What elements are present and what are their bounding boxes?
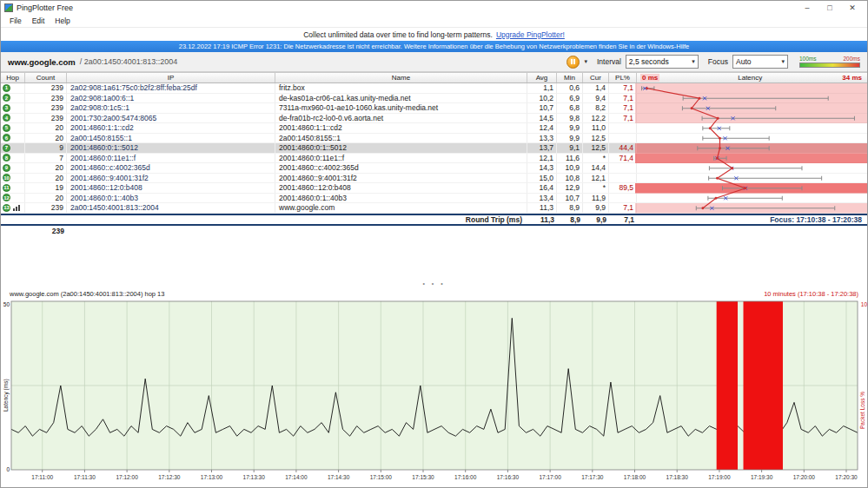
focus-select[interactable]: Auto ▾ <box>732 55 788 69</box>
ip-cell: 2a02:908:1a61:75c0:b2f2:8ff:feba:25df <box>67 83 275 93</box>
upgrade-link[interactable]: Upgrade PingPlotter! <box>496 30 565 39</box>
hop-row[interactable]: 11192001:4860::12:0:b4082001:4860::12:0:… <box>1 183 867 194</box>
svg-text:17:20:00: 17:20:00 <box>793 474 816 480</box>
hop-cell: 9 <box>1 163 25 173</box>
legend-gradient-bar <box>799 63 860 68</box>
hop-row[interactable]: 42392001:730:2a00:5474:8065de-fra01b-rc2… <box>1 114 867 124</box>
name-cell: de-fra01b-rc2-lo0-0.v6.aorta.net <box>275 114 527 123</box>
ip-cell: 2a02:908:0:1c5::1 <box>67 103 275 113</box>
hop-cell: 6 <box>1 134 25 143</box>
target-host[interactable]: www.google.com <box>8 57 76 67</box>
hop-number-badge: 11 <box>3 184 10 192</box>
svg-text:Packet Loss %: Packet Loss % <box>859 392 865 429</box>
interval-label: Interval <box>597 57 621 66</box>
count-cell: 9 <box>25 143 67 153</box>
min-cell: 12,9 <box>557 183 583 193</box>
avg-cell: 12,1 <box>527 154 557 163</box>
min-cell: 6,8 <box>557 103 583 113</box>
col-name[interactable]: Name <box>275 73 527 82</box>
hop-row[interactable]: 12202001:4860:0:1::40b32001:4860:0:1::40… <box>1 194 867 204</box>
col-count[interactable]: Count <box>25 73 67 82</box>
avg-cell: 11,3 <box>527 203 557 213</box>
close-button[interactable]: ✕ <box>841 3 864 12</box>
packet-loss-cell <box>609 123 637 133</box>
hop-rows: 12392a02:908:1a61:75c0:b2f2:8ff:feba:25d… <box>1 83 867 214</box>
svg-text:10: 10 <box>861 301 868 307</box>
count-cell: 239 <box>25 94 67 103</box>
min-cell: 10,8 <box>557 174 583 183</box>
hop-row[interactable]: 9202001:4860::c:4002:365d2001:4860::c:40… <box>1 163 867 174</box>
round-trip-avg: 11,3 <box>527 215 557 224</box>
svg-text:17:15:30: 17:15:30 <box>412 474 434 480</box>
menu-edit[interactable]: Edit <box>27 16 50 25</box>
cur-cell: 12,1 <box>583 174 609 183</box>
min-cell: 9,9 <box>557 134 583 143</box>
name-cell: 2a00:1450:8155::1 <box>275 134 527 143</box>
name-cell: 2001:4860::c:4002:365d <box>275 163 527 173</box>
menu-help[interactable]: Help <box>50 16 75 25</box>
min-cell: 9,8 <box>557 114 583 123</box>
col-ip[interactable]: IP <box>67 73 275 82</box>
hop-row[interactable]: 6202a00:1450:8155::12a00:1450:8155::113,… <box>1 134 867 144</box>
maximize-button[interactable]: □ <box>818 3 841 12</box>
hop-cell: 12 <box>1 194 25 203</box>
hop-row[interactable]: 22392a02:908:1a00:6::1de-kas01a-cr06-ca1… <box>1 94 867 104</box>
menubar: File Edit Help <box>1 15 867 28</box>
hop-row[interactable]: 792001:4860:0:1::50122001:4860:0:1::5012… <box>1 143 867 154</box>
timeline-range-label: 10 minutes (17:10:38 - 17:20:38) <box>764 290 858 298</box>
min-cell: 9,9 <box>557 123 583 133</box>
app-icon <box>4 3 13 12</box>
trace-menu-caret-icon[interactable]: ▾ <box>584 58 587 65</box>
min-cell: 9,1 <box>557 143 583 153</box>
col-avg[interactable]: Avg <box>527 73 557 82</box>
col-hop[interactable]: Hop <box>1 73 25 82</box>
latency-title: Latency <box>738 74 762 82</box>
round-trip-pl: 7,1 <box>609 215 637 224</box>
minimize-button[interactable]: – <box>796 3 818 12</box>
timeline-panel: www.google.com (2a00:1450:4001:813::2004… <box>1 288 867 487</box>
name-cell: 2001:4860:0:1::5012 <box>275 143 527 153</box>
name-cell: de-kas01a-cr06-ca1.kas.unity-media.net <box>275 94 527 103</box>
packet-loss-cell <box>609 134 637 143</box>
hop-graph-icon <box>13 205 20 211</box>
hop-number-badge: 10 <box>3 174 10 181</box>
menu-file[interactable]: File <box>4 16 27 25</box>
hop-row[interactable]: 872001:4860:0:11e1::f2001:4860:0:11e1::f… <box>1 154 867 164</box>
count-cell: 239 <box>25 83 67 93</box>
count-cell: 239 <box>25 114 67 123</box>
col-cur[interactable]: Cur <box>583 73 609 82</box>
svg-text:17:14:00: 17:14:00 <box>285 474 308 480</box>
latency-cell <box>637 83 867 93</box>
trace-pause-button[interactable] <box>567 56 580 69</box>
packet-loss-cell: 7,1 <box>609 94 637 103</box>
interval-select[interactable]: 2,5 seconds ▾ <box>626 55 699 69</box>
hop-row[interactable]: 32392a02:908:0:1c5::17311a-mx960-01-ae10… <box>1 103 867 114</box>
cur-cell: 9,4 <box>583 94 609 103</box>
timeline-graph[interactable]: 17:11:0017:11:3017:12:0017:12:3017:13:00… <box>1 299 868 484</box>
hop-table: 12392a02:908:1a61:75c0:b2f2:8ff:feba:25d… <box>1 83 867 214</box>
table-header: Hop Count IP Name Avg Min Cur PL% 0 ms L… <box>1 72 867 83</box>
hop-row[interactable]: 12392a02:908:1a61:75c0:b2f2:8ff:feba:25d… <box>1 83 867 94</box>
min-cell: 11,6 <box>557 154 583 163</box>
hop-cell: 8 <box>1 154 25 163</box>
name-cell: 2001:4860:0:1::40b3 <box>275 194 527 203</box>
avg-cell: 10,2 <box>527 94 557 103</box>
banner-text: 23.12.2022 17:19 ICMP Error 1231: Die Ne… <box>179 43 690 50</box>
col-min[interactable]: Min <box>557 73 583 82</box>
count-cell: 239 <box>25 103 67 113</box>
hop-cell: 4 <box>1 114 25 123</box>
hop-row[interactable]: 10202001:4860::9:4001:31f22001:4860::9:4… <box>1 174 867 184</box>
latency-cell <box>637 143 867 153</box>
hop-row[interactable]: 132392a00:1450:4001:813::2004www.google.… <box>1 203 867 214</box>
col-pl[interactable]: PL% <box>609 73 637 82</box>
splitter-handle[interactable]: • • • <box>1 278 867 288</box>
hop-row[interactable]: 5202001:4860:1:1::cd22001:4860:1:1::cd21… <box>1 123 867 134</box>
col-latency: 0 ms Latency 34 ms <box>637 73 867 82</box>
svg-text:Latency (ms): Latency (ms) <box>3 379 10 412</box>
timeline-target-label: www.google.com (2a00:1450:4001:813::2004… <box>10 290 164 298</box>
avg-cell: 16,4 <box>527 183 557 193</box>
svg-text:17:17:00: 17:17:00 <box>539 474 561 480</box>
svg-text:17:14:30: 17:14:30 <box>328 474 350 480</box>
name-cell: 2001:4860:0:11e1::f <box>275 154 527 163</box>
upgrade-notice: Collect unlimited data over time to find… <box>1 28 867 41</box>
